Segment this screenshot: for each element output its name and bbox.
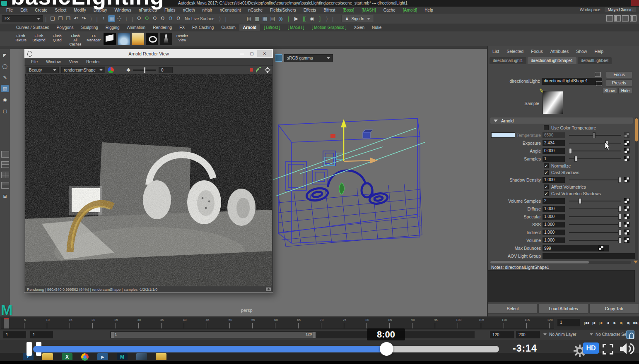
close-button[interactable]: ✕ [257,50,272,57]
ae-tab-defaultlightset[interactable]: defaultLightSet [578,57,612,64]
shelf-tab-polygons[interactable]: Polygons [53,24,77,31]
single-pane-icon[interactable] [606,15,613,22]
shelf-button-mesh-light[interactable] [146,33,158,45]
shelf-tab-mash[interactable]: [ MASH ] [284,24,308,31]
move-tool-icon[interactable]: ▧ [1,85,9,92]
ae-menu-attributes[interactable]: Attributes [547,49,571,54]
playback-start-field[interactable]: 1 [30,331,53,338]
ae-menu-focus[interactable]: Focus [528,49,546,54]
shelf-tab-curvessurfaces[interactable]: Curves / Surfaces [12,24,53,31]
menu-bifrost[interactable]: Bifrost [320,7,339,13]
menu-ncloth[interactable]: nCloth [179,7,199,13]
refresh-icon[interactable]: ✱ [126,67,130,73]
taskbar-folder-icon[interactable] [42,353,53,360]
rv-menu-window[interactable]: Window [43,60,64,64]
gear-icon[interactable] [265,67,270,73]
snap-curve-icon[interactable]: Ω [143,15,150,22]
layout-menu-icon[interactable]: ⊞ [1,192,9,200]
menu-mash[interactable]: [MASH] [358,7,379,13]
range-slider-track[interactable]: 1 120 [110,331,475,338]
volume-icon[interactable] [619,342,636,356]
arnold-render-view-window[interactable]: Arnold Render View — ▢ ✕ FileWindowViewR… [24,49,273,293]
open-scene-icon[interactable]: ❐ [57,15,64,22]
value-field-volume[interactable]: 1.000 [543,237,565,243]
current-frame-marker[interactable] [4,318,9,328]
shelf-button-render-view[interactable]: RenderView [174,33,190,45]
frame-ruler[interactable]: 5101520253035404550556065707580859095100… [1,318,554,329]
shelf-button-flush-bckgrnd[interactable]: FlushBckgrnd [31,33,47,45]
ae-menu-show[interactable]: Show [573,49,590,54]
save-scene-icon[interactable]: ❒ [65,15,72,22]
shelf-tab-fxcaching[interactable]: FX Caching [188,24,217,31]
time-slider[interactable]: 5101520253035404550556065707580859095100… [0,316,639,330]
slider-samples[interactable] [569,156,621,162]
slider-diffuse[interactable] [569,206,621,212]
gamma-dropdown[interactable]: sRGB gamma [284,54,333,62]
playback-end-field[interactable]: 120 [490,331,514,338]
map-button-sss[interactable] [624,222,629,227]
slider-shadow-density[interactable] [569,177,621,183]
layout-single-icon[interactable] [1,151,9,158]
taskbar-photos-icon[interactable] [136,353,147,360]
camera-dropdown[interactable]: rendercamShape [61,67,105,73]
arnold-section-header[interactable]: Arnold [490,117,633,124]
step-forward-key-button[interactable]: ▶| [618,318,625,327]
arnold-render-icon[interactable]: ▶ [293,15,300,22]
vertical-scrollbar[interactable] [635,117,638,260]
shelf-button-tx-manager[interactable]: TXManager [85,33,102,45]
slider-handle-sss[interactable] [618,222,621,228]
slider-handle-volume-samples[interactable] [579,198,581,204]
taskbar-maya-icon[interactable]: M [117,353,128,360]
slider-handle-temperature[interactable] [593,132,596,138]
value-field-shadow-density[interactable]: 1.000 [543,177,565,183]
stop-render-icon[interactable] [250,68,253,72]
select-object-icon[interactable]: ▦ [108,15,115,22]
outliner-pane-icon[interactable] [630,15,637,22]
map-button-volume-samples[interactable] [624,198,629,204]
menu-nconstraint[interactable]: nConstraint [216,7,244,13]
shelf-tab-rigging[interactable]: Rigging [102,24,123,31]
undo-icon[interactable]: ↶ [72,15,80,22]
value-field-aov-light-group[interactable] [543,253,636,259]
checkbox-cast-shadows[interactable]: ✓ [544,170,549,175]
select-hierarchy-icon[interactable]: ⁝ [100,15,107,22]
menu-effects[interactable]: Effects [300,7,320,13]
exposure-slider[interactable] [133,69,156,71]
snapshot-icon[interactable] [256,67,262,73]
rv-menu-view[interactable]: View [66,60,82,64]
checkbox-affect-volumetrics[interactable]: ✓ [544,184,549,189]
map-button-diffuse[interactable] [624,206,629,211]
range-slider-bar[interactable]: 1 120 [111,332,316,338]
taskbar-excel-icon[interactable]: X [62,353,72,360]
scale-tool-icon[interactable]: ▢ [1,107,9,115]
checkbox-use-color-temperature[interactable] [544,125,549,130]
shelf-button-flush-texture[interactable]: FlushTexture [12,33,29,45]
paint-select-tool-icon[interactable]: ✎ [1,74,9,81]
slider-angle[interactable] [569,148,621,154]
go-to-start-button[interactable]: |◀◀ [583,318,590,327]
presets-button[interactable]: Presets [606,79,632,86]
hd-quality-badge[interactable]: HD [583,342,599,354]
slider-indirect[interactable] [569,230,621,235]
menu-cache[interactable]: Cache [380,7,399,13]
value-field-sss[interactable]: 1.000 [543,222,565,228]
taskbar-chrome-icon[interactable] [81,353,89,361]
chevron-down-icon[interactable] [543,333,547,335]
hypershade-icon[interactable]: ▥ [253,15,260,22]
video-progress-bar[interactable] [33,346,499,352]
value-field-exposure[interactable]: 2.434 [543,140,565,146]
taskbar-start-button-icon[interactable] [3,353,14,360]
rv-menu-render[interactable]: Render [83,60,103,64]
checkbox-cast-volumetric-shadows[interactable]: ✓ [544,191,549,196]
menu-nhair[interactable]: nHair [199,7,216,13]
copy-tab-button[interactable]: Copy Tab [589,304,639,314]
map-button-exposure[interactable] [624,140,629,146]
taskbar-media-player-icon[interactable]: ▶ [97,353,108,360]
step-forward-frame-button[interactable]: ▶| [625,318,632,327]
anim-end-field[interactable]: 200 [516,331,540,338]
map-button-volume[interactable] [624,237,629,243]
render-view-titlebar[interactable]: Arnold Render View — ▢ ✕ [24,49,273,58]
taskbar-folder-icon[interactable] [156,353,166,360]
ipr-render-icon[interactable]: ◎ [277,15,284,22]
shelf-button-area-light[interactable] [104,33,116,45]
